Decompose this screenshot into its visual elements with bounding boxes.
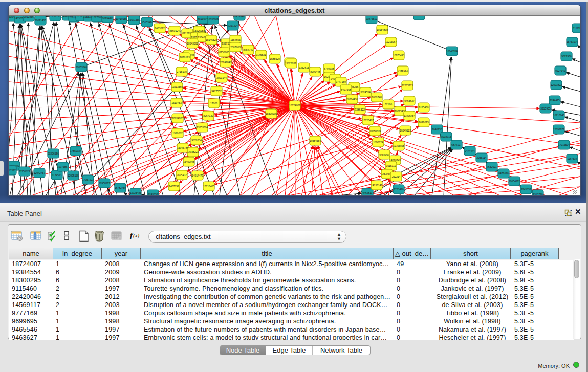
svg-text:3913527: 3913527: [9, 169, 16, 172]
svg-text:1527602: 1527602: [92, 16, 102, 19]
svg-text:15751074: 15751074: [567, 40, 578, 43]
svg-text:9876123: 9876123: [180, 56, 190, 59]
svg-text:9245052: 9245052: [148, 193, 158, 195]
svg-text:1890724: 1890724: [373, 141, 383, 144]
svg-text:16782759: 16782759: [115, 186, 126, 189]
svg-text:2803144: 2803144: [216, 76, 227, 79]
svg-text:7386322: 7386322: [355, 108, 365, 111]
svg-text:16210643: 16210643: [553, 114, 564, 117]
svg-text:9012836: 9012836: [24, 16, 34, 18]
svg-text:17016504: 17016504: [558, 143, 570, 146]
svg-text:12375115: 12375115: [402, 84, 413, 87]
svg-text:13353504: 13353504: [197, 126, 208, 129]
svg-text:17006: 17006: [210, 102, 217, 105]
svg-text:8756685: 8756685: [219, 51, 229, 54]
svg-text:14136141: 14136141: [371, 184, 382, 187]
svg-text:10654112: 10654112: [509, 180, 520, 183]
svg-text:10543362: 10543362: [187, 42, 198, 45]
svg-text:12093822: 12093822: [551, 83, 562, 86]
svg-text:1916682: 1916682: [172, 132, 183, 135]
svg-text:1640953: 1640953: [432, 128, 442, 131]
svg-text:9115460: 9115460: [419, 106, 428, 109]
svg-text:1610753: 1610753: [171, 101, 182, 104]
svg-text:10719155: 10719155: [116, 17, 127, 20]
svg-text:3822037: 3822037: [286, 62, 296, 65]
svg-text:1362615: 1362615: [299, 66, 309, 69]
svg-text:20876812: 20876812: [366, 17, 377, 20]
svg-text:7632621: 7632621: [487, 165, 497, 168]
svg-text:12942757: 12942757: [34, 171, 45, 174]
svg-text:9699695: 9699695: [419, 121, 429, 124]
svg-text:20206556: 20206556: [48, 152, 59, 155]
svg-text:9462811: 9462811: [362, 191, 372, 194]
svg-text:6794028: 6794028: [324, 67, 334, 70]
svg-text:1354606: 1354606: [230, 38, 241, 41]
svg-text:252214: 252214: [392, 175, 401, 178]
svg-text:9427552: 9427552: [211, 90, 222, 93]
svg-text:2935114: 2935114: [476, 156, 486, 159]
svg-text:18300295: 18300295: [266, 112, 277, 115]
svg-text:14914479: 14914479: [192, 174, 203, 177]
svg-text:9777169: 9777169: [336, 80, 346, 83]
svg-text:10154808: 10154808: [377, 28, 388, 31]
svg-text:12213369: 12213369: [171, 85, 183, 89]
svg-text:16033809: 16033809: [207, 18, 219, 21]
svg-text:9546318: 9546318: [234, 16, 245, 17]
svg-text:8938913: 8938913: [441, 135, 451, 138]
svg-text:7625402: 7625402: [177, 173, 187, 177]
svg-text:20091406: 20091406: [35, 19, 46, 22]
svg-text:15720407: 15720407: [362, 119, 374, 122]
svg-text:17957223: 17957223: [82, 178, 94, 181]
svg-text:23242848: 23242848: [220, 61, 231, 64]
svg-text:3824554: 3824554: [360, 91, 371, 94]
svg-text:9474444: 9474444: [465, 149, 475, 152]
svg-text:14938222: 14938222: [187, 150, 199, 154]
svg-text:1111784: 1111784: [573, 27, 580, 30]
svg-text:1134513: 1134513: [52, 173, 61, 177]
svg-text:7463822: 7463822: [155, 27, 165, 30]
svg-text:1244415: 1244415: [550, 99, 560, 102]
svg-text:15692971: 15692971: [553, 128, 564, 131]
svg-text:9484067: 9484067: [379, 153, 389, 156]
svg-text:11156829: 11156829: [19, 170, 30, 173]
svg-text:12923485: 12923485: [130, 191, 141, 194]
svg-text:10688609: 10688609: [369, 129, 381, 133]
svg-text:17859924: 17859924: [70, 149, 81, 152]
svg-text:1167534: 1167534: [567, 157, 577, 160]
svg-text:10973493: 10973493: [393, 54, 404, 57]
svg-text:2718170: 2718170: [177, 70, 187, 73]
svg-text:13226058: 13226058: [193, 29, 205, 32]
svg-text:9245052: 9245052: [521, 188, 531, 191]
svg-text:9313726: 9313726: [533, 193, 543, 195]
svg-text:1080748: 1080748: [372, 96, 382, 99]
svg-text:1615112: 1615112: [386, 164, 396, 167]
svg-text:13495754: 13495754: [404, 114, 415, 117]
svg-text:9146821: 9146821: [256, 53, 266, 56]
svg-text:1730353: 1730353: [50, 16, 60, 18]
svg-text:2367608: 2367608: [230, 46, 241, 49]
svg-text:(x): (x): [133, 232, 140, 239]
svg-text:9457791: 9457791: [169, 185, 179, 188]
svg-text:9329966: 9329966: [561, 55, 572, 58]
svg-text:8813054: 8813054: [414, 16, 424, 17]
svg-text:8660124: 8660124: [169, 29, 180, 32]
svg-text:7485063: 7485063: [398, 69, 408, 72]
svg-text:10975867: 10975867: [57, 165, 69, 168]
svg-text:8267130: 8267130: [203, 114, 213, 117]
svg-text:7357224: 7357224: [228, 24, 238, 27]
svg-text:10958117: 10958117: [99, 182, 110, 185]
svg-text:8754749: 8754749: [243, 48, 253, 51]
svg-text:20364436: 20364436: [346, 98, 358, 101]
svg-text:6497568: 6497568: [341, 88, 351, 91]
svg-text:9878334: 9878334: [191, 139, 202, 142]
svg-text:9227342: 9227342: [555, 69, 565, 72]
svg-text:20053346: 20053346: [76, 65, 87, 69]
svg-text:15716485: 15716485: [203, 185, 214, 188]
svg-text:12213967: 12213967: [385, 40, 397, 43]
svg-text:8813074: 8813074: [198, 17, 208, 20]
svg-text:18724007: 18724007: [289, 104, 300, 107]
svg-text:10756928: 10756928: [393, 144, 404, 147]
svg-text:8471626: 8471626: [498, 172, 509, 175]
svg-text:15046788: 15046788: [177, 146, 188, 149]
svg-text:16648784: 16648784: [446, 50, 458, 53]
